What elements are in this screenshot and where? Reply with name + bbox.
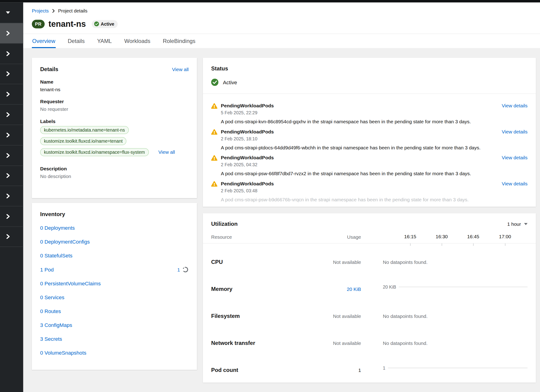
description-value: No description	[40, 174, 189, 179]
list-item: 3 ConfigMaps	[40, 322, 189, 328]
sidebar-nav-group-5[interactable]	[0, 104, 23, 125]
alerts-list: PendingWorkloadPods 5 Feb 2025, 22:29 Vi…	[203, 94, 536, 203]
list-item: 0 Deployments	[40, 225, 189, 231]
name-label: Name	[40, 79, 189, 85]
breadcrumb-current: Project details	[58, 8, 87, 14]
sidebar-nav-group-1[interactable]	[0, 23, 23, 43]
sidebar-nav-group-3[interactable]	[0, 64, 23, 84]
memory-sparkline: 20 KiB	[383, 284, 528, 290]
alert-item: PendingWorkloadPods 2 Feb 2025, 18:10 Vi…	[211, 129, 528, 151]
table-row: Pod count 1 1	[211, 357, 528, 383]
check-circle-icon	[211, 79, 219, 86]
memory-usage-link[interactable]: 20 KiB	[347, 286, 361, 292]
title-row: PR tenant-ns Active	[32, 19, 531, 34]
project-status-text: Active	[223, 79, 237, 85]
project-resource-badge: PR	[32, 20, 45, 28]
list-item: 0 DeploymentConfigs	[40, 239, 189, 245]
alert-view-details-link[interactable]: View details	[502, 155, 528, 167]
chart-empty-state: No datapoints found.	[361, 260, 528, 265]
list-item: 0 Routes	[40, 308, 189, 315]
usage-column-header: Usage	[280, 234, 361, 240]
inventory-card: Inventory 0 Deployments 0 DeploymentConf…	[32, 203, 197, 370]
resource-label: CPU	[211, 259, 280, 266]
masthead-strip	[0, 0, 540, 3]
chevron-right-icon	[5, 92, 10, 97]
alert-timestamp: 2 Feb 2025, 03:48	[221, 188, 502, 193]
status-card: Status Active PendingWorkloadPods 5 Feb …	[203, 58, 536, 207]
labels-group: kubernetes.io/metadata.name=tenant-ns ku…	[40, 126, 189, 160]
inventory-volumesnapshots-link[interactable]: 0 VolumeSnapshots	[40, 350, 86, 356]
utilization-table-header: Resource Usage 16:15 16:30 16:45 17:00	[211, 234, 528, 240]
label-pill[interactable]: kustomize.toolkit.fluxcd.io/namespace=fl…	[40, 148, 149, 156]
alert-timestamp: 5 Feb 2025, 22:29	[221, 110, 502, 116]
caret-down-icon	[6, 11, 10, 14]
label-pill[interactable]: kustomize.toolkit.fluxcd.io/name=tenant	[40, 137, 126, 146]
inventory-deployments-link[interactable]: 0 Deployments	[40, 225, 75, 231]
breadcrumb-separator-icon	[52, 9, 55, 13]
caret-down-icon	[524, 223, 528, 225]
tab-overview[interactable]: Overview	[32, 34, 56, 49]
page-header: Projects Project details PR tenant-ns Ac…	[23, 3, 540, 34]
labels-view-all-link[interactable]: View all	[158, 149, 175, 155]
alert-message: A pod cms-strapi-psw-b9d6676b-vrqcn in t…	[221, 196, 528, 203]
alert-timestamp: 2 Feb 2025, 18:10	[221, 136, 502, 141]
list-item: 0 StatefulSets	[40, 252, 189, 259]
tab-details[interactable]: Details	[67, 34, 85, 49]
chart-empty-state: No datapoints found.	[361, 313, 528, 319]
label-pill[interactable]: kubernetes.io/metadata.name=tenant-ns	[40, 126, 129, 134]
sidebar-nav-group-8[interactable]	[0, 165, 23, 186]
tab-rolebindings[interactable]: RoleBindings	[162, 34, 196, 49]
alert-item: PendingWorkloadPods 5 Feb 2025, 22:29 Vi…	[211, 103, 528, 125]
inventory-pods-link[interactable]: 1 Pod	[40, 267, 54, 273]
sidebar-nav-group-11[interactable]	[0, 226, 23, 247]
duration-dropdown[interactable]: 1 hour	[507, 221, 528, 227]
pod-count-sparkline: 1	[383, 365, 528, 371]
inventory-card-title: Inventory	[40, 211, 65, 217]
sidebar-nav-group-2[interactable]	[0, 43, 23, 64]
alert-view-details-link[interactable]: View details	[502, 129, 528, 141]
inventory-configmaps-link[interactable]: 3 ConfigMaps	[40, 322, 72, 328]
alert-message: A pod cms-strapi-kvn-86c8954cd-gqxhv in …	[221, 119, 528, 125]
alert-message: A pod cms-strapi-psw-66f8f7dbd7-rvzx2 in…	[221, 171, 528, 177]
sidebar-nav-group-10[interactable]	[0, 206, 23, 226]
alert-view-details-link[interactable]: View details	[502, 103, 528, 116]
usage-value: Not available	[280, 260, 361, 265]
utilization-rows: CPU Not available No datapoints found. M…	[211, 249, 528, 383]
inventory-deploymentconfigs-link[interactable]: 0 DeploymentConfigs	[40, 239, 90, 245]
warning-triangle-icon	[211, 129, 217, 135]
tab-workloads[interactable]: Workloads	[124, 34, 151, 49]
time-axis	[203, 243, 536, 247]
breadcrumb-projects-link[interactable]: Projects	[32, 8, 49, 14]
inventory-list: 0 Deployments 0 DeploymentConfigs 0 Stat…	[40, 225, 189, 356]
tab-yaml[interactable]: YAML	[97, 34, 112, 49]
sidebar-nav-group-6[interactable]	[0, 125, 23, 145]
resource-label: Filesystem	[211, 313, 280, 320]
sparkline-line	[399, 287, 528, 287]
inventory-routes-link[interactable]: 0 Routes	[40, 308, 61, 315]
table-row: CPU Not available No datapoints found.	[211, 249, 528, 276]
duration-value: 1 hour	[507, 221, 521, 227]
in-progress-icon	[182, 266, 189, 273]
list-item: 1 Pod 1	[40, 266, 189, 273]
inventory-pvcs-link[interactable]: 0 PersistentVolumeClaims	[40, 281, 101, 287]
warning-triangle-icon	[211, 103, 217, 109]
list-item: 0 PersistentVolumeClaims	[40, 281, 189, 287]
alert-item: PendingWorkloadPods 2 Feb 2025, 03:48 Vi…	[211, 181, 528, 203]
pod-inprogress-count[interactable]: 1	[177, 267, 180, 273]
inventory-services-link[interactable]: 0 Services	[40, 295, 64, 301]
sidebar-nav-group-9[interactable]	[0, 186, 23, 206]
sparkline-axis-label: 20 KiB	[383, 284, 396, 290]
sparkline-line	[388, 368, 528, 368]
chevron-right-icon	[5, 194, 10, 199]
chevron-right-icon	[5, 72, 10, 76]
sidebar-nav-group-7[interactable]	[0, 145, 23, 165]
description-label: Description	[40, 166, 189, 171]
perspective-switcher[interactable]	[0, 3, 23, 23]
inventory-secrets-link[interactable]: 3 Secrets	[40, 336, 62, 342]
inventory-statefulsets-link[interactable]: 0 StatefulSets	[40, 252, 72, 259]
details-card-title: Details	[40, 66, 58, 72]
alert-view-details-link[interactable]: View details	[502, 181, 528, 193]
chevron-right-icon	[5, 173, 10, 178]
details-view-all-link[interactable]: View all	[172, 67, 189, 72]
sidebar-nav-group-4[interactable]	[0, 84, 23, 104]
